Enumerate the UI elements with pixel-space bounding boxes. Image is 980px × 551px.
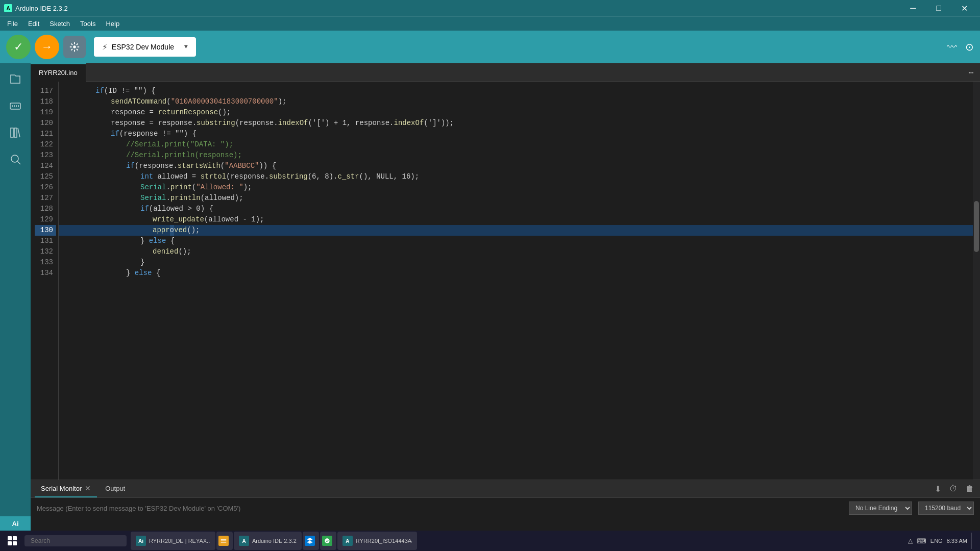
code-editor[interactable]: 117 118 119 120 121 122 123 124 125 126 … <box>31 82 980 480</box>
code-line-125: int allowed = strtol(response.substring(… <box>59 171 973 182</box>
upload-button[interactable]: → <box>35 35 59 59</box>
board-name: ESP32 Dev Module <box>112 43 174 51</box>
menu-tools[interactable]: Tools <box>75 19 101 29</box>
tab-bar: RYRR20I.ino ⋯ <box>31 63 980 82</box>
code-line-124: if(response.startsWith("AABBCC")) { <box>59 161 973 171</box>
code-line-132: denied(); <box>59 246 973 257</box>
scroll-down-button[interactable]: ⬇ <box>933 483 943 495</box>
line-num-128: 128 <box>35 204 56 214</box>
show-desktop-button[interactable] <box>971 533 974 549</box>
line-num-133: 133 <box>35 257 56 268</box>
main-layout: RYRR20I.ino ⋯ 117 118 119 120 121 122 12… <box>0 63 980 535</box>
code-line-130[interactable]: approved(); <box>59 225 973 236</box>
taskbar-items: Ai RYRR20I_DE | REYAX... A Arduino IDE 2… <box>131 532 417 550</box>
taskbar-item-4[interactable]: A RYRR20I_ISO14443A&... <box>337 532 417 550</box>
sidebar-files[interactable] <box>5 69 26 90</box>
serial-input-bar: No Line Ending Newline Carriage Return B… <box>31 498 980 518</box>
svg-rect-13 <box>13 541 17 545</box>
code-line-133: } <box>59 257 973 268</box>
editor-area: RYRR20I.ino ⋯ 117 118 119 120 121 122 12… <box>31 63 980 535</box>
tray-lang[interactable]: ENG <box>930 538 943 544</box>
menu-sketch[interactable]: Sketch <box>44 19 75 29</box>
code-line-127: Serial.println(allowed); <box>59 193 973 204</box>
tab-serial-monitor[interactable]: Serial Monitor ✕ <box>35 480 97 497</box>
taskbar-clock[interactable]: 8:33 AM <box>947 538 967 544</box>
sidebar-library[interactable] <box>5 122 26 143</box>
serial-monitor-close[interactable]: ✕ <box>85 484 91 492</box>
tray-icon-expand[interactable]: △ <box>908 537 913 544</box>
code-line-129: write_update(allowed - 1); <box>59 214 973 225</box>
start-button[interactable] <box>2 531 22 551</box>
title-bar: A Arduino IDE 2.3.2 ─ □ ✕ <box>0 0 980 16</box>
taskbar-search[interactable] <box>24 535 127 546</box>
board-selector[interactable]: ⚡ ESP32 Dev Module ▼ <box>94 37 196 57</box>
code-line-121: if(response != "") { <box>59 129 973 139</box>
line-num-131: 131 <box>35 236 56 246</box>
sidebar-search[interactable] <box>5 149 26 169</box>
autoscroll-button[interactable]: ⏱ <box>947 483 960 494</box>
line-num-119: 119 <box>35 107 56 118</box>
line-num-127: 127 <box>35 193 56 204</box>
scroll-thumb[interactable] <box>974 201 979 252</box>
bottom-panel-actions: ⬇ ⏱ 🗑 <box>933 483 976 495</box>
svg-rect-10 <box>8 536 12 540</box>
menu-help[interactable]: Help <box>101 19 125 29</box>
svg-rect-12 <box>8 541 12 545</box>
ai-label: Ai <box>12 520 19 528</box>
clear-button[interactable]: 🗑 <box>964 483 976 494</box>
line-num-117: 117 <box>35 86 56 96</box>
app-icon: A <box>4 4 12 12</box>
svg-point-0 <box>73 45 76 48</box>
code-line-131: } else { <box>59 236 973 246</box>
maximize-button[interactable]: □ <box>927 0 950 16</box>
code-content[interactable]: if(ID != "") { sendATCommand("010A000030… <box>59 82 973 480</box>
code-line-120: response = response.substring(response.i… <box>59 118 973 129</box>
code-line-123: //Serial.println(response); <box>59 150 973 161</box>
close-button[interactable]: ✕ <box>952 0 976 16</box>
tab-output[interactable]: Output <box>99 480 131 497</box>
line-ending-select[interactable]: No Line Ending Newline Carriage Return B… <box>849 502 912 515</box>
serial-plotter-button[interactable]: 〰 <box>947 41 957 53</box>
scroll-bar[interactable] <box>973 82 980 480</box>
code-line-122: //Serial.print("DATA: "); <box>59 139 973 150</box>
clock-time: 8:33 AM <box>947 538 967 544</box>
line-num-129: 129 <box>35 214 56 225</box>
line-num-120: 120 <box>35 118 56 129</box>
menu-edit[interactable]: Edit <box>23 19 44 29</box>
minimize-button[interactable]: ─ <box>901 0 925 16</box>
ai-button[interactable]: Ai <box>0 516 31 531</box>
tab-main-file[interactable]: RYRR20I.ino <box>31 63 86 82</box>
toolbar: ✓ → ⚡ ESP32 Dev Module ▼ 〰 ⊙ <box>0 31 980 63</box>
tray-keyboard-icon[interactable]: ⌨ <box>917 537 926 545</box>
taskbar-item-0[interactable]: Ai RYRR20I_DE | REYAX... <box>131 532 215 550</box>
svg-point-14 <box>325 538 329 543</box>
verify-button[interactable]: ✓ <box>6 35 31 59</box>
serial-input[interactable] <box>37 505 849 512</box>
tab-more-button[interactable]: ⋯ <box>962 67 980 78</box>
svg-rect-11 <box>13 536 17 540</box>
taskbar-item-explorer[interactable] <box>216 532 233 550</box>
line-num-121: 121 <box>35 129 56 139</box>
menu-file[interactable]: File <box>2 19 23 29</box>
code-line-119: response = returnResponse(); <box>59 107 973 118</box>
serial-monitor-button[interactable]: ⊙ <box>965 41 974 53</box>
taskbar-item-2[interactable] <box>303 532 319 550</box>
output-label: Output <box>105 485 125 492</box>
serial-right-controls: No Line Ending Newline Carriage Return B… <box>849 502 974 515</box>
line-num-123: 123 <box>35 150 56 161</box>
debug-button[interactable] <box>63 36 86 58</box>
baud-rate-select[interactable]: 9600 baud 115200 baud <box>918 502 974 515</box>
taskbar-icon-4: A <box>342 536 353 546</box>
bottom-panel: Serial Monitor ✕ Output ⬇ ⏱ 🗑 No Line En… <box>31 480 980 535</box>
line-num-132: 132 <box>35 246 56 257</box>
code-line-134: } else { <box>59 268 973 279</box>
code-line-118: sendATCommand("010A0000304183000700000")… <box>59 96 973 107</box>
serial-monitor-label: Serial Monitor <box>41 485 82 492</box>
taskbar-item-3[interactable] <box>320 532 336 550</box>
taskbar-item-1[interactable]: A Arduino IDE 2.3.2 <box>234 532 302 550</box>
line-num-122: 122 <box>35 139 56 150</box>
line-numbers: 117 118 119 120 121 122 123 124 125 126 … <box>31 82 59 480</box>
sidebar-boards[interactable] <box>5 96 26 116</box>
line-num-125: 125 <box>35 171 56 182</box>
window-controls: ─ □ ✕ <box>901 0 976 16</box>
